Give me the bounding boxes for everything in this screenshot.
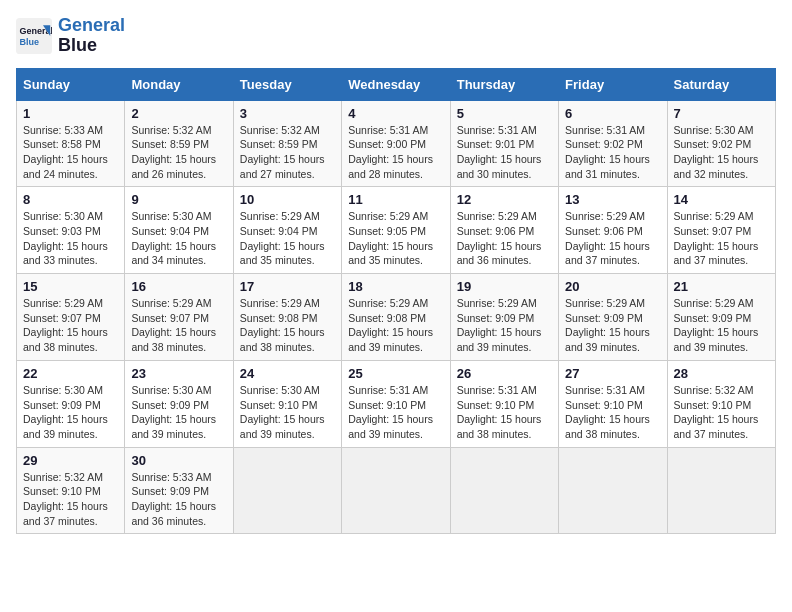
calendar-body: 1Sunrise: 5:33 AMSunset: 8:58 PMDaylight… — [17, 100, 776, 534]
logo: General Blue GeneralBlue — [16, 16, 125, 56]
weekday-header: Friday — [559, 68, 667, 100]
day-number: 3 — [240, 106, 335, 121]
day-info: Sunrise: 5:29 AMSunset: 9:06 PMDaylight:… — [457, 209, 552, 268]
weekday-header: Monday — [125, 68, 233, 100]
day-number: 2 — [131, 106, 226, 121]
calendar-cell: 19Sunrise: 5:29 AMSunset: 9:09 PMDayligh… — [450, 274, 558, 361]
day-number: 1 — [23, 106, 118, 121]
calendar-cell: 28Sunrise: 5:32 AMSunset: 9:10 PMDayligh… — [667, 360, 775, 447]
day-number: 7 — [674, 106, 769, 121]
calendar-row: 8Sunrise: 5:30 AMSunset: 9:03 PMDaylight… — [17, 187, 776, 274]
day-number: 18 — [348, 279, 443, 294]
day-number: 8 — [23, 192, 118, 207]
day-info: Sunrise: 5:29 AMSunset: 9:09 PMDaylight:… — [565, 296, 660, 355]
day-info: Sunrise: 5:30 AMSunset: 9:10 PMDaylight:… — [240, 383, 335, 442]
day-number: 9 — [131, 192, 226, 207]
calendar-cell: 15Sunrise: 5:29 AMSunset: 9:07 PMDayligh… — [17, 274, 125, 361]
calendar-cell: 18Sunrise: 5:29 AMSunset: 9:08 PMDayligh… — [342, 274, 450, 361]
calendar-row: 29Sunrise: 5:32 AMSunset: 9:10 PMDayligh… — [17, 447, 776, 534]
day-info: Sunrise: 5:30 AMSunset: 9:04 PMDaylight:… — [131, 209, 226, 268]
day-info: Sunrise: 5:29 AMSunset: 9:04 PMDaylight:… — [240, 209, 335, 268]
day-info: Sunrise: 5:29 AMSunset: 9:07 PMDaylight:… — [23, 296, 118, 355]
day-info: Sunrise: 5:29 AMSunset: 9:09 PMDaylight:… — [674, 296, 769, 355]
svg-text:Blue: Blue — [20, 37, 40, 47]
calendar-table: SundayMondayTuesdayWednesdayThursdayFrid… — [16, 68, 776, 535]
day-number: 5 — [457, 106, 552, 121]
day-number: 26 — [457, 366, 552, 381]
day-info: Sunrise: 5:30 AMSunset: 9:03 PMDaylight:… — [23, 209, 118, 268]
calendar-cell: 3Sunrise: 5:32 AMSunset: 8:59 PMDaylight… — [233, 100, 341, 187]
day-info: Sunrise: 5:29 AMSunset: 9:06 PMDaylight:… — [565, 209, 660, 268]
calendar-row: 1Sunrise: 5:33 AMSunset: 8:58 PMDaylight… — [17, 100, 776, 187]
calendar-cell: 12Sunrise: 5:29 AMSunset: 9:06 PMDayligh… — [450, 187, 558, 274]
day-number: 16 — [131, 279, 226, 294]
day-info: Sunrise: 5:30 AMSunset: 9:02 PMDaylight:… — [674, 123, 769, 182]
header: General Blue GeneralBlue — [16, 16, 776, 56]
weekday-header: Thursday — [450, 68, 558, 100]
calendar-cell: 11Sunrise: 5:29 AMSunset: 9:05 PMDayligh… — [342, 187, 450, 274]
calendar-cell: 23Sunrise: 5:30 AMSunset: 9:09 PMDayligh… — [125, 360, 233, 447]
calendar-cell: 22Sunrise: 5:30 AMSunset: 9:09 PMDayligh… — [17, 360, 125, 447]
day-info: Sunrise: 5:31 AMSunset: 9:00 PMDaylight:… — [348, 123, 443, 182]
calendar-cell: 2Sunrise: 5:32 AMSunset: 8:59 PMDaylight… — [125, 100, 233, 187]
day-info: Sunrise: 5:31 AMSunset: 9:01 PMDaylight:… — [457, 123, 552, 182]
day-info: Sunrise: 5:29 AMSunset: 9:08 PMDaylight:… — [240, 296, 335, 355]
day-info: Sunrise: 5:31 AMSunset: 9:10 PMDaylight:… — [457, 383, 552, 442]
calendar-cell: 16Sunrise: 5:29 AMSunset: 9:07 PMDayligh… — [125, 274, 233, 361]
day-number: 28 — [674, 366, 769, 381]
day-info: Sunrise: 5:30 AMSunset: 9:09 PMDaylight:… — [131, 383, 226, 442]
calendar-cell: 27Sunrise: 5:31 AMSunset: 9:10 PMDayligh… — [559, 360, 667, 447]
day-info: Sunrise: 5:29 AMSunset: 9:09 PMDaylight:… — [457, 296, 552, 355]
day-info: Sunrise: 5:29 AMSunset: 9:07 PMDaylight:… — [131, 296, 226, 355]
calendar-cell — [450, 447, 558, 534]
day-number: 13 — [565, 192, 660, 207]
day-info: Sunrise: 5:33 AMSunset: 9:09 PMDaylight:… — [131, 470, 226, 529]
calendar-cell: 26Sunrise: 5:31 AMSunset: 9:10 PMDayligh… — [450, 360, 558, 447]
day-number: 30 — [131, 453, 226, 468]
day-number: 11 — [348, 192, 443, 207]
day-info: Sunrise: 5:33 AMSunset: 8:58 PMDaylight:… — [23, 123, 118, 182]
calendar-cell: 13Sunrise: 5:29 AMSunset: 9:06 PMDayligh… — [559, 187, 667, 274]
day-number: 20 — [565, 279, 660, 294]
calendar-cell: 29Sunrise: 5:32 AMSunset: 9:10 PMDayligh… — [17, 447, 125, 534]
calendar-cell: 21Sunrise: 5:29 AMSunset: 9:09 PMDayligh… — [667, 274, 775, 361]
calendar-cell: 24Sunrise: 5:30 AMSunset: 9:10 PMDayligh… — [233, 360, 341, 447]
calendar-cell: 9Sunrise: 5:30 AMSunset: 9:04 PMDaylight… — [125, 187, 233, 274]
weekday-header: Wednesday — [342, 68, 450, 100]
day-number: 19 — [457, 279, 552, 294]
day-number: 6 — [565, 106, 660, 121]
day-number: 27 — [565, 366, 660, 381]
logo-text: GeneralBlue — [58, 16, 125, 56]
calendar-cell: 1Sunrise: 5:33 AMSunset: 8:58 PMDaylight… — [17, 100, 125, 187]
weekday-header: Sunday — [17, 68, 125, 100]
day-number: 17 — [240, 279, 335, 294]
calendar-cell — [559, 447, 667, 534]
calendar-cell: 4Sunrise: 5:31 AMSunset: 9:00 PMDaylight… — [342, 100, 450, 187]
day-number: 15 — [23, 279, 118, 294]
day-info: Sunrise: 5:32 AMSunset: 9:10 PMDaylight:… — [674, 383, 769, 442]
day-number: 21 — [674, 279, 769, 294]
day-number: 23 — [131, 366, 226, 381]
day-info: Sunrise: 5:32 AMSunset: 8:59 PMDaylight:… — [240, 123, 335, 182]
calendar-cell: 8Sunrise: 5:30 AMSunset: 9:03 PMDaylight… — [17, 187, 125, 274]
day-number: 10 — [240, 192, 335, 207]
day-number: 24 — [240, 366, 335, 381]
day-info: Sunrise: 5:31 AMSunset: 9:10 PMDaylight:… — [565, 383, 660, 442]
day-info: Sunrise: 5:32 AMSunset: 9:10 PMDaylight:… — [23, 470, 118, 529]
calendar-cell — [233, 447, 341, 534]
calendar-cell: 5Sunrise: 5:31 AMSunset: 9:01 PMDaylight… — [450, 100, 558, 187]
calendar-cell: 17Sunrise: 5:29 AMSunset: 9:08 PMDayligh… — [233, 274, 341, 361]
day-number: 4 — [348, 106, 443, 121]
day-number: 12 — [457, 192, 552, 207]
day-number: 22 — [23, 366, 118, 381]
day-number: 29 — [23, 453, 118, 468]
calendar-cell — [667, 447, 775, 534]
day-info: Sunrise: 5:29 AMSunset: 9:08 PMDaylight:… — [348, 296, 443, 355]
weekday-header: Saturday — [667, 68, 775, 100]
day-info: Sunrise: 5:29 AMSunset: 9:07 PMDaylight:… — [674, 209, 769, 268]
calendar-cell: 7Sunrise: 5:30 AMSunset: 9:02 PMDaylight… — [667, 100, 775, 187]
weekday-header: Tuesday — [233, 68, 341, 100]
calendar-cell: 25Sunrise: 5:31 AMSunset: 9:10 PMDayligh… — [342, 360, 450, 447]
day-number: 14 — [674, 192, 769, 207]
calendar-row: 22Sunrise: 5:30 AMSunset: 9:09 PMDayligh… — [17, 360, 776, 447]
